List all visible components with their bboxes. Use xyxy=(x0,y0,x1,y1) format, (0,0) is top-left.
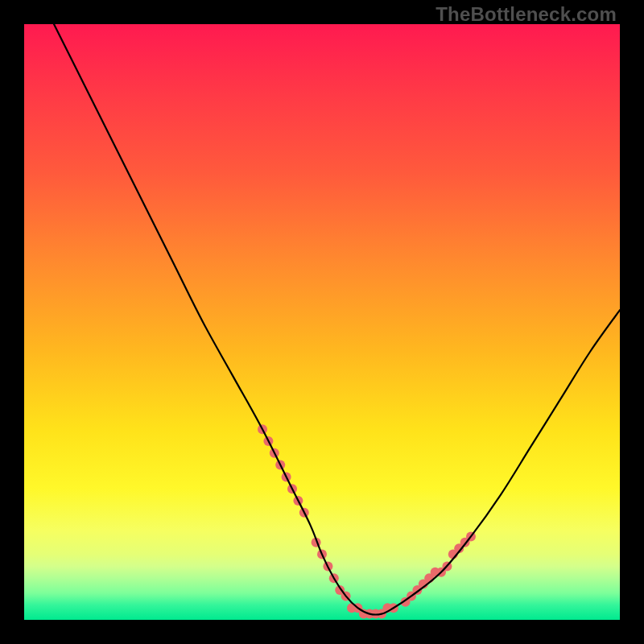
gradient-background xyxy=(24,24,620,620)
chart-frame xyxy=(24,24,620,620)
watermark-text: TheBottleneck.com xyxy=(436,3,617,26)
bottleneck-chart xyxy=(24,24,620,620)
